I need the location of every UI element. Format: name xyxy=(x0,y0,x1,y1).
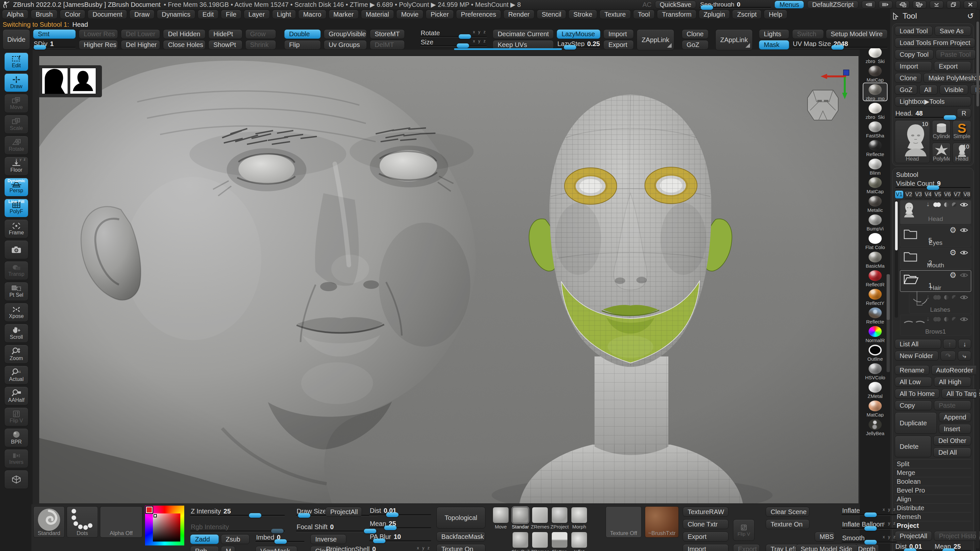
texture-off-thumbnail[interactable]: Texture Off xyxy=(606,506,641,538)
tab-v8[interactable]: V8 xyxy=(963,190,971,199)
setup-model-wire-button[interactable]: Setup Model Wire xyxy=(826,29,888,39)
inverse-button[interactable]: Inverse xyxy=(310,534,346,544)
export-subtool-icon[interactable]: ⇣ xyxy=(926,294,930,300)
tray-brush-inflat[interactable]: Inflat xyxy=(570,531,588,551)
all-to-target-button[interactable]: All To Target xyxy=(942,389,980,399)
tray-brush-standard[interactable]: Standar xyxy=(512,506,529,530)
bpr-button[interactable]: BPR xyxy=(4,428,29,447)
section-merge[interactable]: Merge xyxy=(895,468,971,477)
lazymouse-toggle[interactable]: LazyMouse xyxy=(557,29,600,39)
panels-right-icon[interactable] xyxy=(913,1,926,8)
scroll-button[interactable]: Scroll xyxy=(4,324,29,343)
subtool-item-lashes[interactable]: ⇣ Lashes xyxy=(909,293,971,314)
z-intensity-knob[interactable] xyxy=(249,513,261,518)
tool-thumb-simplebrush[interactable]: SSimpleB xyxy=(953,120,971,141)
texture-icon[interactable] xyxy=(944,295,949,300)
reset-icon[interactable]: ↺ xyxy=(967,11,974,21)
delmt-button[interactable]: DelMT xyxy=(370,40,405,49)
menu-render[interactable]: Render xyxy=(503,10,535,19)
tool-thumb-head2[interactable]: 10Head xyxy=(953,143,971,163)
default-zscript-button[interactable]: DefaultZScript xyxy=(807,1,859,8)
zsub-button[interactable]: Zsub xyxy=(221,534,250,544)
export-button[interactable]: Export xyxy=(603,40,634,49)
clone-button[interactable]: Clone xyxy=(682,29,708,39)
tray-brush-move[interactable]: Move xyxy=(492,506,510,530)
smooth-slider[interactable]: x y zSmooth xyxy=(842,534,897,543)
zapplink-button[interactable]: ZAppLink xyxy=(637,29,674,50)
autoreorder-button[interactable]: AutoReorder xyxy=(931,365,978,375)
viewmask-button[interactable]: ViewMask xyxy=(255,546,297,551)
uv-map-icon[interactable] xyxy=(933,295,941,300)
paste-subtool-button[interactable]: Paste xyxy=(934,400,971,410)
goz-button[interactable]: GoZ xyxy=(682,40,708,49)
menu-document[interactable]: Document xyxy=(88,10,127,19)
projectall-button-bottom[interactable]: ProjectAll xyxy=(325,507,362,517)
material-item[interactable]: ZMetal xyxy=(863,381,887,399)
material-item[interactable]: Reflecte xyxy=(863,306,887,324)
section-remesh[interactable]: Remesh xyxy=(895,512,971,521)
material-item[interactable]: zbro_Ski xyxy=(863,102,887,119)
material-item[interactable]: ReflectR xyxy=(863,269,887,287)
displacement-icon[interactable] xyxy=(952,317,956,322)
menu-color[interactable]: Color xyxy=(60,10,85,19)
export-texture-button[interactable]: Export xyxy=(683,532,729,541)
mean-slider[interactable]: Mean25 xyxy=(934,543,971,551)
brush-thumbnail[interactable]: Standard xyxy=(33,506,65,538)
tab-v1[interactable]: V1 xyxy=(895,190,904,199)
append-button[interactable]: Append xyxy=(939,412,971,422)
material-item[interactable]: Outline xyxy=(863,343,887,361)
tool-thumb-cylinder[interactable]: Cylinder xyxy=(932,120,951,141)
menu-file[interactable]: File xyxy=(221,10,241,19)
panels-left-icon[interactable] xyxy=(896,1,910,8)
see-through-slider[interactable]: See-through0 xyxy=(699,1,771,8)
menu-stencil[interactable]: Stencil xyxy=(537,10,566,19)
minimize-icon[interactable] xyxy=(930,1,943,8)
material-item[interactable]: Blinn xyxy=(863,157,887,175)
textureraw-button[interactable]: TextureRAW xyxy=(683,507,729,517)
dist-knob[interactable] xyxy=(904,548,916,551)
transp-button[interactable]: Transp xyxy=(4,261,29,280)
double-toggle[interactable]: Double xyxy=(284,29,321,39)
gear-icon[interactable]: ⚙ xyxy=(949,227,956,233)
clone-txtr-button[interactable]: Clone Txtr xyxy=(683,519,729,529)
pa-blur-knob[interactable] xyxy=(373,538,385,543)
current-color-swatch[interactable] xyxy=(146,507,153,513)
export-subtool-icon[interactable]: ⇣ xyxy=(926,316,930,322)
section-split[interactable]: Split xyxy=(895,459,971,468)
del-lower-button[interactable]: Del Lower xyxy=(121,29,160,39)
size-slider[interactable]: x y zSize xyxy=(420,38,487,46)
restore-icon[interactable] xyxy=(947,1,960,8)
imbed-slider[interactable]: Imbed0 xyxy=(255,534,304,542)
close-icon[interactable] xyxy=(964,1,977,8)
tab-v3[interactable]: V3 xyxy=(914,190,923,199)
alpha-thumbnail[interactable]: Alpha Off xyxy=(100,506,142,538)
duplicate-button[interactable]: Duplicate xyxy=(895,412,937,434)
document-viewport[interactable] xyxy=(39,56,859,503)
move-down-icon[interactable]: ↓ xyxy=(958,339,971,349)
lower-res-button[interactable]: Lower Res xyxy=(79,29,118,39)
delete-button[interactable]: Delete xyxy=(895,436,931,457)
load-tool-button[interactable]: Load Tool xyxy=(895,26,932,36)
texture-icon[interactable] xyxy=(944,202,949,207)
mean-knob[interactable] xyxy=(384,526,396,530)
material-item[interactable]: Flat Colo xyxy=(863,232,887,250)
menu-movie[interactable]: Movie xyxy=(396,10,423,19)
subtool-item-hair[interactable]: 1 ⚙ Hair xyxy=(900,270,971,292)
topological-button[interactable]: Topological xyxy=(436,507,485,529)
polyf-button[interactable]: Line FillPolyF xyxy=(4,198,29,218)
menu-layer[interactable]: Layer xyxy=(244,10,270,19)
active-tool-thumbnail[interactable]: 10 Head xyxy=(895,120,930,163)
mean-slider-bottom[interactable]: Mean25 xyxy=(369,520,431,529)
mask-toggle[interactable]: Mask xyxy=(759,40,789,49)
sdiv-slider[interactable]: SDiv1 xyxy=(33,40,76,48)
draw-button[interactable]: Draw xyxy=(4,73,29,92)
tray-brush-morph[interactable]: Morph xyxy=(570,506,588,530)
all-to-home-button[interactable]: All To Home xyxy=(895,389,940,399)
dist-slider-bottom[interactable]: Dist0.01 xyxy=(369,507,431,515)
groupvisible-button[interactable]: GroupVisible xyxy=(324,29,367,39)
menu-picker[interactable]: Picker xyxy=(426,10,454,19)
menu-zplugin[interactable]: Zplugin xyxy=(699,10,730,19)
inflate-balloon-slider[interactable]: x y zInflate Balloon xyxy=(842,521,897,529)
uv-groups-button[interactable]: Uv Groups xyxy=(324,40,367,49)
dock-right-icon[interactable] xyxy=(879,1,892,8)
